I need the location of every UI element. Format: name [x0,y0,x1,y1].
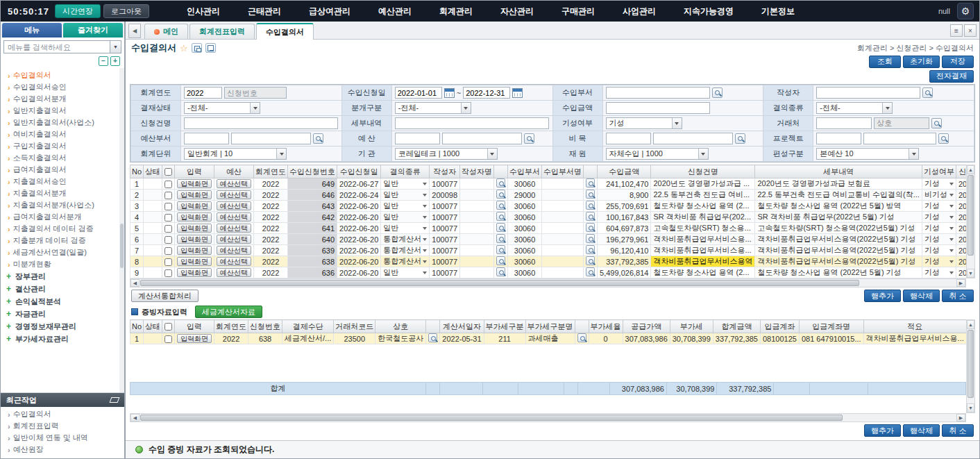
dept-search[interactable] [584,201,598,212]
dept-search[interactable] [584,190,598,201]
project-code-input[interactable] [816,133,861,144]
tab-scroll-left-icon[interactable]: ◀ [128,24,141,38]
detail-input[interactable] [395,117,549,129]
search-icon[interactable] [922,87,933,98]
search-icon[interactable] [496,178,505,187]
income-amount-input[interactable] [606,102,710,114]
writer-search[interactable] [494,212,508,223]
income-grid-row[interactable]: 3입력화면예산선택20226432022-06-20일반100077300602… [130,201,967,212]
sidebar-menu-item[interactable]: ›지출결의서승인 [1,176,124,187]
gisung-select[interactable]: 기성 [922,201,956,212]
evidence-grid-row[interactable]: 1입력화면2022638세금계산서/...23500한국철도공사2022-05-… [130,333,967,344]
resolution-type-select[interactable]: 일반 [381,223,430,234]
writer-search[interactable] [494,245,508,256]
search-icon[interactable] [586,245,595,254]
row-checkbox[interactable] [164,247,172,255]
budget-select-button[interactable]: 예산선택 [217,190,251,199]
search-icon[interactable] [496,245,505,254]
gisung-select[interactable]: 비기성 [922,190,956,201]
expand-plus-icon[interactable]: + [6,309,11,319]
row-select[interactable] [162,190,175,201]
row-checkbox[interactable] [164,335,172,343]
resolution-type-select[interactable]: 일반 [381,201,430,212]
project-name-input[interactable] [863,133,936,144]
input-screen-button[interactable]: 입력화면 [177,257,212,266]
fiscal-year-input[interactable] [184,87,222,99]
budget-dept-name-input[interactable] [231,133,311,144]
e-approval-button[interactable]: 전자결재 [929,70,974,83]
budget-cell[interactable]: 예산선택 [214,256,254,267]
sidebar-menu-item[interactable]: ›구입지출결의서 [1,140,124,152]
row-checkbox[interactable] [164,192,172,199]
tab-voucher-entry[interactable]: 회계전표입력 [189,24,255,39]
agency-select[interactable]: 코레일테크 | 1000 [395,148,498,160]
search-icon[interactable] [524,133,534,144]
budget-cell[interactable]: 예산선택 [214,223,254,234]
input-screen-button[interactable]: 입력화면 [177,268,212,277]
search-icon[interactable] [712,87,723,98]
invoice-merge-button[interactable]: 계산서통합처리 [131,290,198,302]
sidebar-menu-item[interactable]: ›소득지출결의서 [1,152,124,164]
budget-cell[interactable]: 예산선택 [214,245,254,256]
extend-time-button[interactable]: 시간연장 [55,4,101,18]
input-screen-button[interactable]: 입력화면 [177,201,212,210]
budget-cell[interactable]: 예산선택 [214,190,254,201]
select-all-header[interactable] [162,320,175,333]
row-select[interactable] [162,256,175,267]
budget-cell[interactable]: 예산선택 [214,267,254,278]
sidebar-tab-menu[interactable]: 메뉴 [2,23,62,37]
reset-button[interactable]: 초기화 [903,56,940,68]
input-screen-button[interactable]: 입력화면 [177,235,212,244]
search-icon[interactable] [931,118,942,128]
vendor-code-input[interactable] [816,117,872,129]
top-menu-item[interactable]: 기본정보 [761,6,795,17]
date-from-input[interactable] [395,87,442,99]
sidebar-menu-item[interactable]: ›지출분개 데이터 검증 [1,235,124,247]
income-grid-row[interactable]: 4입력화면예산선택20226422022-06-20일반100077300601… [130,212,967,223]
journal-type-select[interactable]: -전체- [395,102,471,114]
sidebar-group-item[interactable]: +장부관리 [1,270,124,283]
gisung-select[interactable]: 기성 [922,212,956,223]
budget-cell[interactable]: 예산선택 [214,212,254,223]
income-grid-row[interactable]: 8입력화면예산선택20226382022-06-20통합계산서100077300… [130,256,967,267]
search-icon[interactable] [586,201,595,210]
resolution-type-select[interactable]: 통합계산서 [381,256,430,267]
cancel-button[interactable]: 취 소 [942,424,974,437]
input-cell[interactable]: 입력화면 [175,267,214,278]
sidebar-menu-item[interactable]: ›지출결의서분개(사업소) [1,199,124,211]
select-all-header[interactable] [162,165,175,178]
menu-search-dropdown-icon[interactable]: ▼ [110,40,121,53]
budget-code-input[interactable] [395,133,440,144]
acct-unit-select[interactable]: 일반회계 | 10 [184,148,287,160]
sidebar-menu-item[interactable]: ›여비지출결의서 [1,128,124,140]
row-select[interactable] [162,178,175,190]
top-menu-item[interactable]: 자산관리 [500,6,534,17]
scroll-down-icon[interactable]: ▼ [967,403,974,412]
resolution-type-select[interactable]: 일반 [381,190,430,201]
menu-search-input[interactable] [3,40,110,53]
income-grid-row[interactable]: 7입력화면예산선택20226392022-06-20통합계산서100077300… [130,245,967,256]
income-grid-row[interactable]: 9입력화면예산선택20226362022-06-20일반100077300605… [130,267,967,278]
income-grid-row[interactable]: 2입력화면예산선택20226462022-06-24일반200098290008… [130,190,967,201]
vertical-scrollbar[interactable]: ▲ ▼ [966,165,975,278]
budget-select-button[interactable]: 예산선택 [217,268,251,277]
calendar-icon[interactable] [444,88,455,98]
income-grid-row[interactable]: 6입력화면예산선택20226402022-06-20통합계산서100077300… [130,234,967,245]
scroll-up-icon[interactable]: ▲ [967,320,974,329]
expand-plus-icon[interactable]: + [6,322,11,331]
top-menu-item[interactable]: 회계관리 [439,6,473,17]
row-select[interactable] [162,223,175,234]
top-menu-item[interactable]: 급상여관리 [309,6,350,17]
scroll-right-icon[interactable]: ▶ [956,414,965,422]
expense-name-input[interactable] [653,133,733,144]
budget-select-button[interactable]: 예산선택 [217,212,251,222]
row-checkbox[interactable] [164,203,172,210]
writer-search[interactable] [494,267,508,278]
expense-code-input[interactable] [606,133,651,144]
gisung-select[interactable]: 기성 [922,223,956,234]
search-icon[interactable] [496,223,505,232]
select-all-checkbox[interactable] [164,323,172,331]
sidebar-menu-item[interactable]: ›일반지출결의서 [1,105,124,117]
writer-search[interactable] [494,234,508,245]
save-button[interactable]: 저장 [942,56,974,68]
